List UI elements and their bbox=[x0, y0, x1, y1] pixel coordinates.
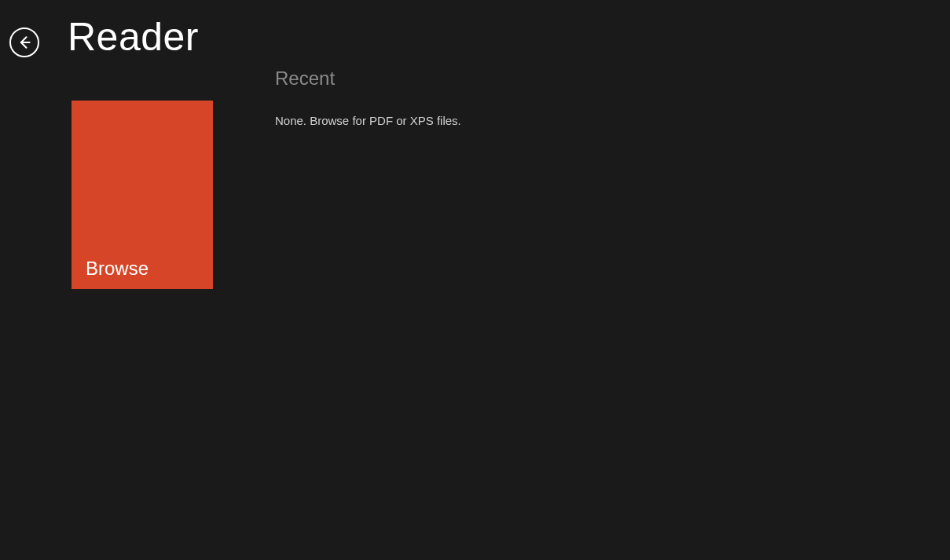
browse-tile-label: Browse bbox=[86, 258, 149, 280]
arrow-left-icon bbox=[17, 35, 32, 50]
recent-heading: Recent bbox=[275, 68, 461, 90]
browse-tile[interactable]: Browse bbox=[72, 101, 213, 289]
recent-section: Recent None. Browse for PDF or XPS files… bbox=[275, 68, 461, 289]
browse-section: Browse bbox=[72, 68, 213, 289]
header: Reader bbox=[0, 0, 950, 60]
back-button[interactable] bbox=[9, 27, 39, 57]
content-area: Browse Recent None. Browse for PDF or XP… bbox=[0, 68, 950, 289]
app-title: Reader bbox=[68, 14, 199, 60]
recent-empty-text: None. Browse for PDF or XPS files. bbox=[275, 114, 461, 127]
